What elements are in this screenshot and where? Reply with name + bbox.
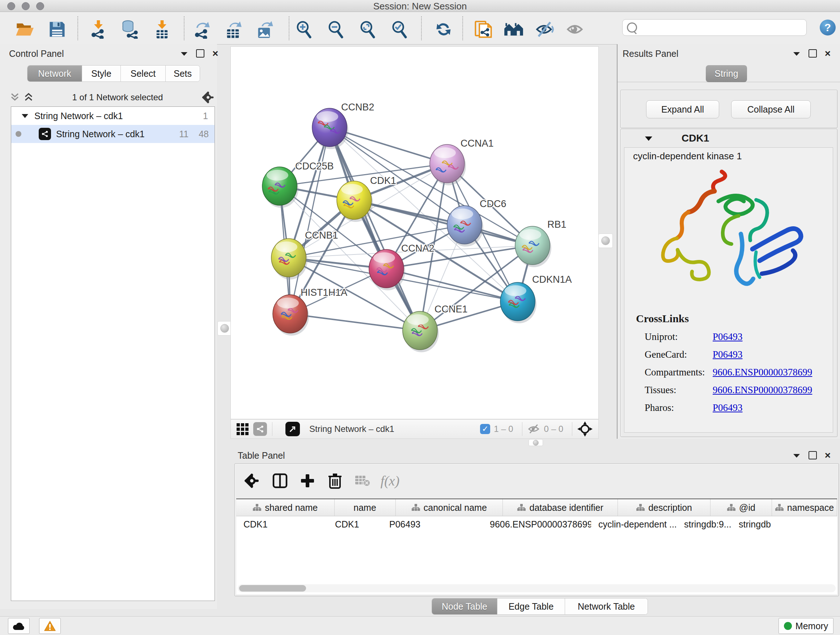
tab-edge-table[interactable]: Edge Table [497, 599, 565, 614]
export-network-icon[interactable] [192, 19, 212, 40]
expand-all-button[interactable]: Expand All [646, 100, 719, 119]
warnings-button[interactable] [39, 618, 61, 634]
export-image-icon[interactable] [255, 19, 275, 40]
cell-shared-name[interactable]: CDK1 [236, 519, 328, 530]
column-header-canonical-name[interactable]: canonical name [396, 499, 503, 516]
column-header-database-identifier[interactable]: database identifier [503, 499, 618, 516]
panel-maximize-icon[interactable] [196, 49, 204, 57]
left-splitter-grip[interactable] [218, 321, 232, 336]
network-node-cdk1[interactable]: CDK1 [337, 175, 396, 222]
hide-selection-icon[interactable] [535, 19, 555, 40]
zoom-in-icon[interactable] [294, 19, 314, 40]
network-canvas[interactable]: CCNB2CCNA1CDC25BCDK1CDC6RB1CCNB1CCNA2CDK… [231, 46, 599, 419]
cloud-status-button[interactable] [8, 618, 30, 634]
column-header-shared-name[interactable]: shared name [236, 499, 335, 516]
import-network-database-icon[interactable] [119, 19, 140, 40]
network-node-hist1h1a[interactable]: HIST1H1A [273, 287, 347, 336]
first-neighbors-icon[interactable] [504, 19, 524, 40]
import-network-file-icon[interactable] [88, 19, 109, 40]
search-input[interactable] [640, 22, 806, 33]
table-horizontal-scrollbar[interactable] [238, 584, 836, 592]
cell-canonical-name[interactable]: P06493 [382, 519, 483, 530]
node-table[interactable]: shared namenamecanonical namedatabase id… [236, 499, 837, 594]
network-node-cdkn1a[interactable]: CDKN1A [500, 274, 572, 323]
collapse-all-icon[interactable] [10, 92, 19, 103]
detach-view-icon[interactable] [286, 422, 300, 436]
tree-expander-icon[interactable] [21, 113, 28, 119]
cell-name[interactable]: CDK1 [328, 519, 382, 530]
network-status-dot [16, 131, 21, 137]
panel-float-icon[interactable] [793, 453, 801, 458]
crosslink-link[interactable]: P06493 [713, 331, 743, 342]
tab-style[interactable]: Style [82, 65, 121, 81]
tab-string[interactable]: String [706, 65, 747, 82]
gene-section-header[interactable]: CDK1 [621, 129, 837, 147]
crosslink-link[interactable]: 9606.ENSP00000378699 [713, 367, 812, 378]
crosslink-link[interactable]: P06493 [713, 349, 743, 360]
panel-float-icon[interactable] [793, 51, 801, 56]
network-edge[interactable] [330, 127, 420, 331]
tab-sets[interactable]: Sets [166, 65, 200, 81]
create-column-icon[interactable] [298, 472, 317, 490]
zoom-selected-icon[interactable] [389, 19, 409, 40]
panel-close-icon[interactable]: × [212, 50, 218, 57]
gear-icon[interactable] [202, 91, 214, 103]
cell-description[interactable]: cyclin-dependent ... [591, 519, 677, 530]
bottom-splitter-grip[interactable] [529, 439, 543, 446]
new-network-from-selection-icon[interactable] [473, 19, 493, 40]
panel-maximize-icon[interactable] [808, 451, 817, 459]
open-session-icon[interactable] [14, 19, 35, 40]
show-all-icon[interactable] [565, 19, 585, 40]
crosslink-link[interactable]: P06493 [713, 402, 743, 413]
network-node-cdc6[interactable]: CDC6 [447, 198, 507, 247]
column-header-description[interactable]: description [618, 499, 711, 516]
panel-close-icon[interactable]: × [825, 50, 831, 57]
tab-node-table[interactable]: Node Table [432, 599, 497, 614]
zoom-fit-icon[interactable] [357, 19, 378, 40]
network-node-ccna1[interactable]: CCNA1 [430, 138, 494, 185]
right-splitter-grip[interactable] [598, 233, 613, 248]
export-table-icon[interactable] [223, 19, 243, 40]
collapse-all-button[interactable]: Collapse All [731, 100, 811, 119]
save-session-icon[interactable] [47, 19, 67, 40]
collection-label: String Network – cdk1 [34, 111, 123, 121]
panel-float-icon[interactable] [180, 51, 188, 56]
expand-all-icon[interactable] [24, 92, 33, 103]
tab-network[interactable]: Network [27, 65, 82, 81]
column-header-namespace[interactable]: namespace [772, 499, 837, 516]
column-header-name[interactable]: name [335, 499, 396, 516]
table-row[interactable]: CDK1CDK1P064939606.ENSP00000378699cyclin… [236, 516, 837, 532]
network-row[interactable]: String Network – cdk1 11 48 [11, 125, 215, 143]
birdseye-toggle-icon[interactable] [577, 421, 592, 437]
selected-items-icon[interactable]: ✓ [480, 424, 490, 434]
network-edge[interactable] [290, 314, 420, 331]
network-node-rb1[interactable]: RB1 [515, 219, 567, 267]
cell-namespace[interactable]: stringdb [731, 519, 790, 530]
tab-network-table[interactable]: Network Table [565, 599, 647, 614]
section-expander-icon[interactable] [645, 136, 653, 141]
zoom-out-icon[interactable] [325, 19, 346, 40]
delete-columns-icon[interactable] [326, 472, 344, 490]
scrollbar-thumb[interactable] [239, 585, 306, 592]
apply-layout-icon[interactable] [433, 19, 454, 40]
network-node-ccne1[interactable]: CCNE1 [403, 304, 468, 352]
network-node-ccnb2[interactable]: CCNB2 [312, 102, 374, 149]
show-columns-icon[interactable] [271, 472, 289, 490]
network-node-ccnb1[interactable]: CCNB1 [271, 230, 338, 279]
search-box[interactable] [622, 19, 807, 36]
column-header--id[interactable]: @id [711, 499, 772, 516]
crosslink-link[interactable]: 9606.ENSP00000378699 [713, 385, 812, 396]
import-table-file-icon[interactable] [152, 19, 172, 40]
cell-database-identifier[interactable]: 9606.ENSP00000378699 [483, 519, 591, 530]
memory-button[interactable]: Memory [778, 618, 834, 634]
network-share-view-icon[interactable] [253, 422, 267, 436]
panel-close-icon[interactable]: × [825, 451, 831, 459]
panel-maximize-icon[interactable] [808, 49, 817, 57]
tab-select[interactable]: Select [121, 65, 166, 81]
network-collection-row[interactable]: String Network – cdk1 1 [11, 107, 215, 125]
table-options-gear-icon[interactable] [243, 472, 261, 490]
help-button[interactable]: ? [820, 19, 836, 35]
cell--id[interactable]: stringdb:9... [677, 519, 731, 530]
grid-view-icon[interactable] [236, 423, 249, 435]
string-network-graph[interactable]: CCNB2CCNA1CDC25BCDK1CDC6RB1CCNB1CCNA2CDK… [231, 47, 598, 419]
